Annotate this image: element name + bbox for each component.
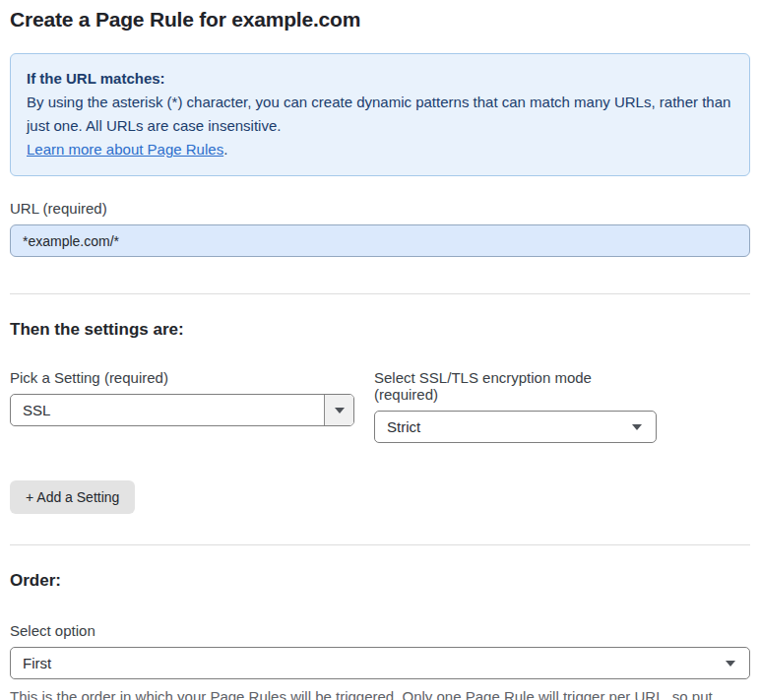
pick-setting-label: Pick a Setting (required) xyxy=(10,369,354,386)
add-setting-button[interactable]: + Add a Setting xyxy=(10,480,135,514)
ssl-mode-selected-value: Strict xyxy=(387,418,420,435)
settings-section-heading: Then the settings are: xyxy=(10,320,750,340)
link-suffix: . xyxy=(223,141,227,158)
pick-setting-select[interactable]: SSL xyxy=(10,394,354,426)
section-divider xyxy=(10,544,750,545)
info-box-heading: If the URL matches: xyxy=(27,67,733,91)
pick-setting-selected-value: SSL xyxy=(11,395,324,425)
pick-setting-caret-segment[interactable] xyxy=(324,395,353,425)
caret-down-icon xyxy=(726,661,735,667)
pick-setting-column: Pick a Setting (required) SSL xyxy=(10,369,354,443)
ssl-mode-select[interactable]: Strict xyxy=(374,411,657,443)
order-select-label: Select option xyxy=(10,622,750,639)
info-box-body: By using the asterisk (*) character, you… xyxy=(27,91,733,138)
caret-down-icon xyxy=(632,424,642,430)
ssl-mode-label: Select SSL/TLS encryption mode (required… xyxy=(374,369,657,403)
settings-row: Pick a Setting (required) SSL Select SSL… xyxy=(10,369,750,443)
section-divider xyxy=(10,293,750,294)
caret-down-icon xyxy=(335,408,345,414)
ssl-mode-column: Select SSL/TLS encryption mode (required… xyxy=(374,369,657,443)
order-help-text: This is the order in which your Page Rul… xyxy=(10,686,743,700)
order-select[interactable]: First xyxy=(10,647,750,679)
url-field-label: URL (required) xyxy=(10,200,750,217)
learn-more-link[interactable]: Learn more about Page Rules xyxy=(27,141,223,158)
url-match-info-box: If the URL matches: By using the asteris… xyxy=(10,53,750,176)
create-page-rule-form: Create a Page Rule for example.com If th… xyxy=(0,0,760,700)
order-section-heading: Order: xyxy=(10,571,750,591)
page-title: Create a Page Rule for example.com xyxy=(10,8,750,32)
order-selected-value: First xyxy=(23,655,51,671)
info-box-link-line: Learn more about Page Rules. xyxy=(27,138,733,161)
url-input[interactable] xyxy=(10,224,750,257)
